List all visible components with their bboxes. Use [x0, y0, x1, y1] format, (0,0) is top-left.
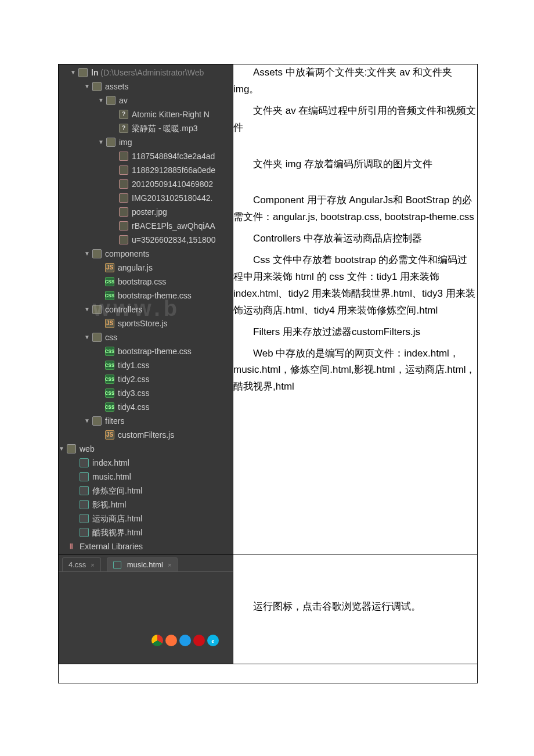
chevron-down-icon: ▼	[84, 303, 90, 316]
html-icon	[80, 472, 89, 481]
folder-icon	[92, 82, 102, 91]
tree-item-label: poster.jpg	[132, 205, 167, 219]
css-icon: css	[105, 375, 114, 384]
tree-file[interactable]: csstidy3.css	[59, 386, 233, 400]
tree-file[interactable]: 影视.html	[59, 498, 233, 512]
desc-filters: Filters 用来存放过滤器customFilters.js	[233, 324, 477, 341]
css-icon: css	[105, 388, 114, 398]
js-icon: JS	[105, 319, 114, 328]
tree-css[interactable]: ▼ css	[59, 330, 233, 344]
chevron-down-icon: ▼	[84, 80, 90, 93]
tree-item-label: sportsStore.js	[118, 316, 168, 330]
tree-file[interactable]: JSangular.js	[59, 261, 233, 275]
desc-controllers: Controllers 中存放着运动商品店控制器	[233, 231, 477, 247]
project-tree[interactable]: ▼ ln (D:\Users\Administrator\Web ▼ asset…	[59, 64, 233, 555]
folder-icon	[106, 138, 116, 147]
html-icon	[80, 528, 89, 537]
tree-item-label: 11882912885f66a0ede	[132, 163, 215, 177]
safari-icon[interactable]	[179, 635, 191, 646]
tree-file[interactable]: JSsportsStore.js	[59, 316, 233, 330]
css-icon: css	[105, 291, 114, 300]
tree-item-label: components	[105, 247, 149, 261]
ie-icon[interactable]: e	[207, 635, 219, 646]
tree-file[interactable]: JScustomFilters.js	[59, 428, 233, 442]
chevron-down-icon: ▼	[98, 135, 104, 149]
tree-item-label: 201205091410469802	[132, 177, 213, 191]
tree-filters[interactable]: ▼ filters	[59, 414, 233, 428]
tree-file[interactable]: ? Atomic Kitten-Right N	[59, 107, 233, 121]
file-icon: ?	[119, 110, 128, 119]
folder-icon	[78, 68, 88, 77]
tree-item-label: filters	[105, 414, 124, 428]
chevron-down-icon: ▼	[84, 330, 90, 344]
tree-item-label: External Libraries	[80, 539, 143, 553]
tree-file[interactable]: cssbootstrap-theme.css	[59, 289, 233, 303]
tree-file[interactable]: 1187548894fc3e2a4ad	[59, 149, 233, 163]
tree-av[interactable]: ▼ av	[59, 93, 233, 107]
tree-file[interactable]: 11882912885f66a0ede	[59, 163, 233, 177]
tree-file[interactable]: IMG20131025180442.	[59, 191, 233, 205]
tab-label: music.html	[127, 560, 163, 569]
tree-file[interactable]: rBACE1Pls_awQhqiAA	[59, 219, 233, 233]
tree-file[interactable]: cssbootstrap.css	[59, 275, 233, 289]
tab-css[interactable]: 4.css ×	[62, 557, 101, 571]
image-icon	[119, 235, 128, 244]
html-icon	[80, 458, 89, 467]
folder-icon	[92, 249, 102, 258]
opera-icon[interactable]	[193, 635, 205, 646]
tree-components[interactable]: ▼ components	[59, 247, 233, 261]
tree-item-label: customFilters.js	[118, 428, 174, 442]
desc-img: 文件夹 img 存放着编码所调取的图片文件	[233, 156, 477, 173]
description-cell: Assets 中放着两个文件夹:文件夹 av 和文件夹 img。 文件夹 av …	[233, 64, 478, 555]
tree-file[interactable]: csstidy1.css	[59, 358, 233, 372]
tree-item-label: music.html	[92, 470, 131, 484]
tree-img[interactable]: ▼ img	[59, 135, 233, 149]
html-icon	[80, 500, 89, 509]
tree-controllers[interactable]: ▼ controllers	[59, 303, 233, 316]
run-description: 运行图标，点击谷歌浏览器运行调试。	[233, 555, 478, 664]
tree-item-label: av	[119, 93, 128, 107]
tree-assets[interactable]: ▼ assets	[59, 80, 233, 93]
tree-item-label: 酷我视界.html	[92, 525, 142, 539]
empty-footer	[59, 664, 478, 683]
js-icon: JS	[105, 430, 114, 440]
tree-file[interactable]: u=3526602834,151800	[59, 233, 233, 247]
desc-web: Web 中存放的是编写的网页文件：index.html，music.html，修…	[233, 345, 477, 396]
tree-file[interactable]: 运动商店.html	[59, 512, 233, 525]
tree-item-label: angular.js	[118, 261, 153, 275]
tab-music-html[interactable]: music.html ×	[107, 557, 178, 571]
css-icon: css	[105, 361, 114, 370]
image-icon	[119, 152, 128, 161]
tree-file[interactable]: 修炼空间.html	[59, 484, 233, 498]
image-icon	[119, 193, 128, 203]
tab-label: 4.css	[68, 560, 86, 569]
close-icon[interactable]: ×	[168, 561, 171, 568]
desc-assets: Assets 中放着两个文件夹:文件夹 av 和文件夹 img。	[233, 64, 477, 98]
tree-file[interactable]: ? 梁静茹 - 暖暖.mp3	[59, 121, 233, 135]
chrome-icon[interactable]	[151, 635, 163, 646]
folder-icon	[92, 333, 102, 342]
folder-icon	[67, 444, 76, 453]
desc-components: Component 用于存放 AngularJs和 BootStrap 的必需文…	[233, 192, 477, 226]
tree-file[interactable]: poster.jpg	[59, 205, 233, 219]
tree-external-libraries[interactable]: ⫴ External Libraries	[59, 539, 233, 553]
editor-tabs: 4.css × music.html ×	[59, 555, 233, 572]
tree-item-label: assets	[105, 80, 128, 93]
firefox-icon[interactable]	[165, 635, 177, 646]
tree-file[interactable]: csstidy4.css	[59, 400, 233, 414]
tree-web[interactable]: ▼ web	[59, 442, 233, 456]
tree-file[interactable]: 201205091410469802	[59, 177, 233, 191]
library-icon: ⫴	[67, 542, 76, 551]
tree-item-label: Atomic Kitten-Right N	[132, 107, 210, 121]
tree-item-label: bootstrap.css	[118, 275, 166, 289]
tree-root[interactable]: ▼ ln (D:\Users\Administrator\Web	[59, 66, 233, 80]
close-icon[interactable]: ×	[91, 561, 94, 568]
tree-file[interactable]: music.html	[59, 470, 233, 484]
tree-file[interactable]: index.html	[59, 456, 233, 470]
chevron-down-icon: ▼	[70, 66, 76, 80]
tree-file[interactable]: csstidy2.css	[59, 372, 233, 386]
tree-file[interactable]: 酷我视界.html	[59, 525, 233, 539]
tree-file[interactable]: cssbootstrap-theme.css	[59, 344, 233, 358]
tree-item-label: u=3526602834,151800	[132, 233, 215, 247]
tree-item-label: controllers	[105, 303, 143, 316]
